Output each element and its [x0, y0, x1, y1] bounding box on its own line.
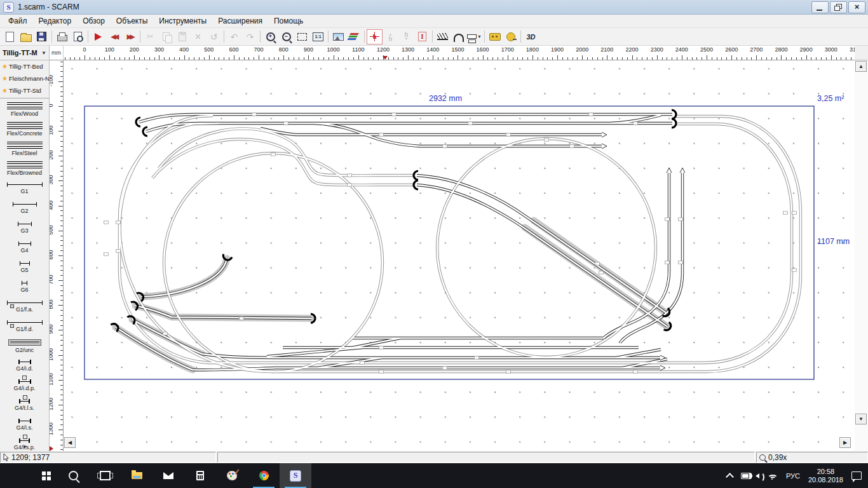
track-part-icon — [20, 261, 30, 266]
favorite-library-fleischmann-n[interactable]: ★Fleischmann-N — [0, 72, 49, 85]
prev-part-button[interactable]: ◀◀ — [106, 29, 122, 44]
part-g5[interactable]: G5 — [0, 257, 49, 277]
view-3d-button[interactable]: 3D — [523, 29, 539, 44]
scroll-down-button[interactable]: ▼ — [855, 414, 867, 424]
part-g1-f-a-[interactable]: G1/f.a. — [0, 297, 49, 316]
paint-icon — [227, 471, 237, 480]
vertical-scrollbar[interactable]: ▲ ▼ — [855, 60, 868, 451]
part-g1-f-d-[interactable]: G1/f.d. — [0, 316, 49, 336]
menu-редактор[interactable]: Редактор — [33, 15, 78, 27]
part-flex-concrete[interactable]: Flex/Concrete — [0, 119, 49, 139]
print-preview-icon — [74, 32, 82, 41]
zoom-fit-button[interactable] — [294, 29, 310, 44]
track-part-icon — [7, 102, 43, 109]
volume-icon[interactable] — [756, 473, 759, 478]
delete-button: ✕ — [190, 29, 206, 44]
menu-инструменты[interactable]: Инструменты — [153, 15, 212, 27]
favorite-library-tillig-tt-std[interactable]: ★Tillig-TT-Std — [0, 85, 49, 97]
star-icon: ★ — [2, 87, 8, 94]
scroll-right-button[interactable]: ▶ — [839, 437, 851, 448]
background-image-button[interactable] — [330, 29, 346, 44]
taskbar-search-button[interactable] — [57, 463, 89, 488]
scarm-icon: S — [290, 470, 301, 482]
taskbar-start-button[interactable] — [25, 463, 57, 488]
track-library-selector[interactable]: Tillig-TT-M ▼ — [0, 46, 50, 60]
favorite-library-tillig-tt-bed[interactable]: ★Tillig-TT-Bed — [0, 60, 49, 72]
new-file-button[interactable] — [2, 29, 18, 44]
undo-icon: ↶ — [231, 32, 238, 41]
part-g2[interactable]: G2 — [0, 198, 49, 218]
select-pointer-button[interactable] — [90, 29, 106, 44]
menu-обзор[interactable]: Обзор — [77, 15, 111, 27]
part-g4-i-d-p-[interactable]: G4/i.d.p. — [0, 376, 49, 395]
zoom-in-button[interactable]: + — [262, 29, 278, 44]
part-g2-unc[interactable]: G2/unc — [0, 336, 49, 356]
layout-canvas[interactable]: 2932 mm 3,25 m² 1107 mm ◀ ▶ — [64, 60, 855, 451]
action-center-icon[interactable] — [851, 471, 862, 480]
part-g3[interactable]: G3 — [0, 218, 49, 238]
toolbar-separator — [520, 30, 521, 43]
measure-button[interactable] — [503, 29, 519, 44]
baseboard-button[interactable]: ▼ — [466, 29, 482, 44]
taskbar-mail-button[interactable] — [153, 463, 184, 488]
part-g6[interactable]: G6 — [0, 277, 49, 297]
undo-button: ↶ — [226, 29, 242, 44]
zoom-out-button[interactable]: − — [278, 29, 294, 44]
baseboard-icon — [467, 34, 477, 39]
next-part-button[interactable]: ▶▶ — [122, 29, 138, 44]
menu-помощь[interactable]: Помощь — [268, 15, 309, 27]
track-part-icon — [13, 202, 37, 207]
clock-date: 20.08.2018 — [808, 476, 843, 484]
close-button[interactable]: × — [848, 1, 865, 13]
part-flex-steel[interactable]: Flex/Steel — [0, 139, 49, 159]
tray-expand-icon[interactable] — [726, 473, 734, 481]
scroll-left-button[interactable]: ◀ — [64, 437, 76, 448]
restore-button[interactable] — [830, 1, 847, 13]
copy-icon — [163, 32, 170, 41]
menu-файл[interactable]: Файл — [3, 15, 33, 27]
track-part-label: Flex/Concrete — [6, 130, 42, 137]
track-part-label: G4/i.d. — [16, 365, 33, 372]
language-indicator[interactable]: РУС — [786, 472, 800, 480]
part-g4-i-s-[interactable]: G4/i.s. — [0, 415, 49, 435]
menu-объекты[interactable]: Объекты — [111, 15, 154, 27]
layers-button[interactable] — [346, 29, 362, 44]
print-button[interactable] — [54, 29, 70, 44]
scroll-up-button[interactable]: ▲ — [855, 61, 867, 72]
sidebar-scroll-down[interactable]: ▼ — [0, 444, 50, 450]
rolling-stock-button[interactable] — [487, 29, 503, 44]
save-file-button[interactable] — [34, 29, 50, 44]
heights-show-button[interactable]: h — [367, 29, 383, 44]
taskbar-explorer-button[interactable] — [121, 463, 153, 488]
tunnel-button[interactable] — [451, 29, 466, 44]
clock[interactable]: 20:58 20.08.2018 — [808, 468, 843, 484]
taskbar-chrome-button[interactable] — [248, 463, 280, 488]
wifi-icon[interactable] — [768, 475, 778, 481]
part-flex-browned[interactable]: Flex/Browned — [0, 159, 49, 179]
height-label-button[interactable]: I — [414, 29, 430, 44]
menu-bar: ФайлРедакторОбзорОбъектыИнструментыРасши… — [0, 15, 868, 28]
part-flex-wood[interactable]: Flex/Wood — [0, 100, 49, 119]
taskbar-calculator-button[interactable] — [184, 463, 216, 488]
background-image-icon — [333, 33, 344, 41]
track-part-label: G1 — [20, 188, 28, 194]
save-file-icon — [37, 32, 46, 41]
open-file-icon — [20, 34, 32, 42]
part-g4[interactable]: G4 — [0, 238, 49, 257]
part-g4-i-d-[interactable]: G4/i.d. — [0, 356, 49, 376]
taskbar-paint-button[interactable] — [216, 463, 248, 488]
minimize-button[interactable] — [811, 1, 829, 13]
open-file-button[interactable] — [18, 29, 34, 44]
zoom-1-1-button[interactable]: 1:1 — [310, 29, 326, 44]
bridge-button[interactable] — [435, 29, 451, 44]
part-g4-t-l-s-[interactable]: G4/t.l.s. — [0, 395, 49, 415]
menu-расширения[interactable]: Расширения — [212, 15, 268, 27]
board-width-dimension: 2932 mm — [429, 94, 462, 103]
taskbar-scarm-button[interactable]: S — [280, 463, 311, 488]
part-g1[interactable]: G1 — [0, 179, 49, 198]
track-part-icon — [8, 339, 41, 346]
print-preview-button[interactable] — [70, 29, 86, 44]
taskbar-task-view-button[interactable] — [89, 463, 121, 488]
track-part-icon — [22, 281, 27, 285]
track-library-name: Tillig-TT-M — [3, 49, 41, 57]
